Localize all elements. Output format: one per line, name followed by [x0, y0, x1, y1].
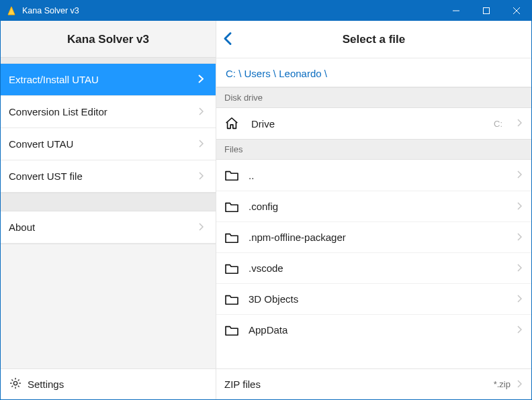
chevron-right-icon: [199, 221, 204, 233]
chevron-right-icon: [517, 170, 522, 181]
main-header: Select a file: [216, 21, 531, 58]
app-logo-icon: [6, 5, 17, 16]
sidebar-item-label: Convert UST file: [9, 170, 83, 182]
folder-icon: [224, 293, 239, 305]
file-row[interactable]: .npm-offline-packager: [216, 221, 531, 252]
file-label: AppData: [249, 324, 508, 336]
file-type-pattern: *.zip: [494, 379, 511, 389]
svg-marker-0: [8, 7, 15, 15]
section-header-drives: Disk drive: [216, 87, 531, 108]
file-row[interactable]: 3D Objects: [216, 283, 531, 314]
folder-icon: [224, 169, 239, 181]
home-icon: [224, 116, 239, 131]
sidebar-item-conversion-list-editor[interactable]: Conversion List Editor: [1, 96, 216, 128]
breadcrumb-separator: \: [238, 68, 244, 79]
file-label: .npm-offline-packager: [249, 232, 508, 243]
chevron-right-icon: [199, 138, 204, 150]
main-panel: Select a file C: \ Users \ Leonardo \ Di…: [216, 21, 531, 399]
chevron-right-icon: [517, 379, 522, 390]
chevron-right-icon: [199, 106, 204, 117]
chevron-right-icon: [517, 325, 522, 336]
chevron-right-icon: [198, 74, 204, 85]
breadcrumb-separator: \: [324, 68, 327, 79]
sidebar-item-about[interactable]: About: [1, 211, 216, 244]
svg-point-5: [13, 381, 17, 385]
drive-letter: C:: [494, 119, 502, 129]
file-row[interactable]: .vscode: [216, 252, 531, 283]
chevron-left-icon: [223, 32, 232, 45]
sidebar-item-label: About: [9, 221, 35, 233]
breadcrumb-segment[interactable]: Users: [245, 68, 271, 79]
file-label: ..: [249, 170, 508, 181]
sidebar-item-label: Conversion List Editor: [9, 106, 107, 117]
sidebar-title: Kana Solver v3: [1, 21, 216, 57]
folder-icon: [224, 262, 239, 274]
breadcrumb-segment[interactable]: C:: [226, 68, 236, 79]
chevron-right-icon: [517, 201, 522, 212]
file-label: .vscode: [249, 262, 508, 274]
drive-label: Drive: [251, 118, 484, 130]
folder-icon: [224, 232, 239, 244]
sidebar-item-convert-ust[interactable]: Convert UST file: [1, 160, 216, 193]
drive-row[interactable]: Drive C:: [216, 108, 531, 139]
folder-icon: [224, 324, 239, 336]
breadcrumb-separator: \: [273, 68, 279, 79]
sidebar-divider: [1, 193, 216, 211]
sidebar-item-extract-install[interactable]: Extract/Install UTAU: [1, 64, 216, 96]
window-maximize-button[interactable]: [471, 1, 501, 21]
svg-rect-2: [483, 8, 489, 14]
file-row[interactable]: .config: [216, 191, 531, 221]
breadcrumb-segment[interactable]: Leonardo: [279, 68, 321, 79]
file-type-filter[interactable]: ZIP files *.zip: [216, 368, 531, 399]
sidebar-item-label: Extract/Install UTAU: [9, 74, 99, 85]
window-title: Kana Solver v3: [22, 6, 79, 15]
file-row[interactable]: ..: [216, 160, 531, 191]
chevron-right-icon: [517, 294, 522, 305]
chevron-right-icon: [517, 118, 522, 129]
file-row[interactable]: AppData: [216, 314, 531, 345]
chevron-right-icon: [199, 170, 204, 182]
file-label: .config: [249, 201, 508, 212]
sidebar-item-convert-utau[interactable]: Convert UTAU: [1, 128, 216, 160]
chevron-right-icon: [517, 263, 522, 274]
folder-icon: [224, 201, 239, 213]
window-minimize-button[interactable]: [441, 1, 471, 21]
file-type-label: ZIP files: [224, 379, 494, 390]
gear-icon: [9, 377, 22, 392]
sidebar-settings-button[interactable]: Settings: [1, 368, 216, 399]
section-header-files: Files: [216, 139, 531, 160]
sidebar-item-label: Convert UTAU: [9, 138, 73, 150]
window-titlebar: Kana Solver v3: [1, 1, 531, 21]
file-label: 3D Objects: [249, 293, 508, 305]
window-close-button[interactable]: [501, 1, 531, 21]
sidebar-settings-label: Settings: [28, 379, 64, 390]
file-list[interactable]: Disk drive Drive C: Files ...config.npm-…: [216, 87, 531, 368]
back-button[interactable]: [223, 32, 232, 47]
sidebar: Kana Solver v3 Extract/Install UTAU Conv…: [1, 21, 216, 399]
breadcrumb[interactable]: C: \ Users \ Leonardo \: [216, 58, 531, 87]
chevron-right-icon: [517, 232, 522, 243]
page-title: Select a file: [216, 33, 531, 46]
sidebar-divider: [1, 57, 216, 64]
